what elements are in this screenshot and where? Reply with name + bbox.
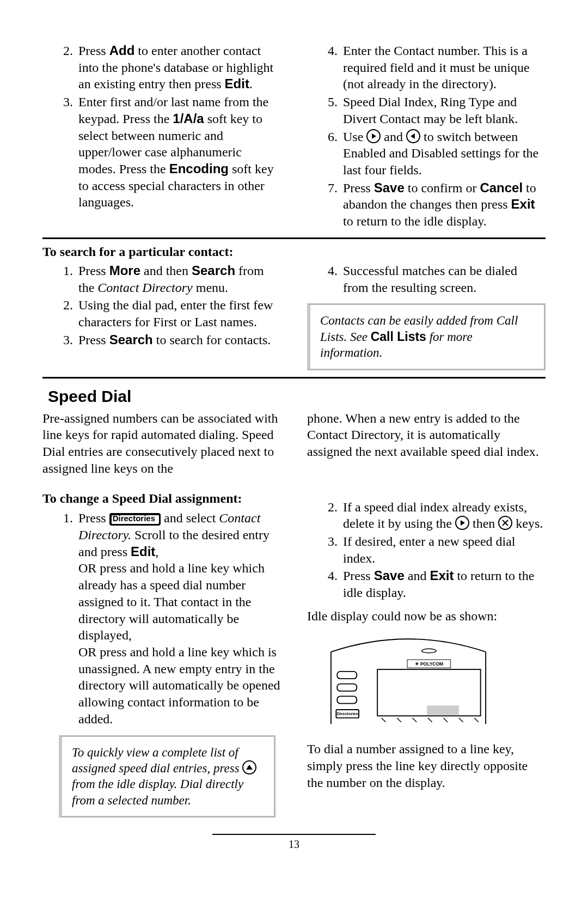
speed-item1: Press Directories and select Contact Dir…	[76, 510, 281, 727]
arrow-up-icon	[242, 760, 256, 774]
footer-divider	[212, 834, 376, 835]
s1-left-item2: Press Add to enter another contact into …	[76, 42, 281, 93]
s1-right-item6: Use and to switch between Enabled and Di…	[341, 129, 546, 179]
speed-item3: If desired, enter a new speed dial index…	[341, 533, 546, 566]
svg-line-18	[382, 718, 386, 722]
divider	[42, 237, 546, 239]
svg-line-22	[443, 718, 448, 722]
svg-line-24	[474, 718, 479, 722]
search-item2: Using the dial pad, enter the first few …	[76, 297, 281, 330]
s1-right-item4: Enter the Contact number. This is a requ…	[341, 42, 546, 93]
svg-line-20	[413, 718, 417, 722]
arrow-right-icon	[366, 129, 381, 143]
callout-call-lists: Contacts can be easily added from Call L…	[307, 303, 546, 370]
svg-marker-2	[246, 765, 253, 770]
search-item4: Successful matches can be dialed from th…	[341, 263, 546, 296]
delete-x-icon	[498, 516, 512, 530]
svg-rect-12	[427, 705, 459, 715]
directories-key-icon: Directories	[109, 513, 161, 526]
callout-speed-dial: To quickly view a complete list of assig…	[59, 735, 275, 818]
speed-sub-heading: To change a Speed Dial assignment:	[42, 490, 281, 507]
svg-line-19	[397, 718, 401, 722]
idle-display-text: Idle display could now be as shown:	[307, 608, 546, 625]
arrow-left-icon	[406, 129, 420, 143]
svg-marker-1	[411, 133, 415, 139]
search-heading: To search for a particular contact:	[42, 245, 546, 259]
svg-marker-0	[372, 133, 376, 139]
speed-intro-right: phone. When a new entry is added to the …	[307, 410, 546, 477]
speed-item2: If a speed dial index already exists, de…	[341, 499, 546, 532]
search-item1: Press More and then Search from the Cont…	[76, 263, 281, 296]
svg-marker-3	[461, 520, 465, 526]
arrow-right-icon	[455, 516, 469, 530]
divider	[42, 377, 546, 379]
svg-text:✶ POLYCOM: ✶ POLYCOM	[415, 661, 444, 667]
s1-right-item7: Press Save to confirm or Cancel to aband…	[341, 180, 546, 230]
speed-intro-left: Pre-assigned numbers can be associated w…	[42, 410, 281, 477]
dial-text: To dial a number assigned to a line key,…	[307, 741, 546, 791]
speed-dial-title: Speed Dial	[48, 387, 546, 406]
svg-rect-15	[337, 696, 357, 703]
svg-point-8	[422, 649, 437, 653]
svg-rect-13	[337, 671, 357, 678]
svg-rect-14	[337, 684, 357, 691]
svg-line-23	[459, 718, 463, 722]
phone-illustration: ✶ POLYCOM Directories	[321, 631, 495, 729]
speed-item4: Press Save and Exit to return to the idl…	[341, 568, 546, 601]
svg-text:Directories: Directories	[336, 711, 358, 716]
svg-line-21	[428, 718, 432, 722]
search-item3: Press Search to search for contacts.	[76, 332, 281, 349]
s1-right-item5: Speed Dial Index, Ring Type and Divert C…	[341, 94, 546, 127]
page-number: 13	[42, 838, 546, 851]
s1-left-item3: Enter first and/or last name from the ke…	[76, 94, 281, 211]
